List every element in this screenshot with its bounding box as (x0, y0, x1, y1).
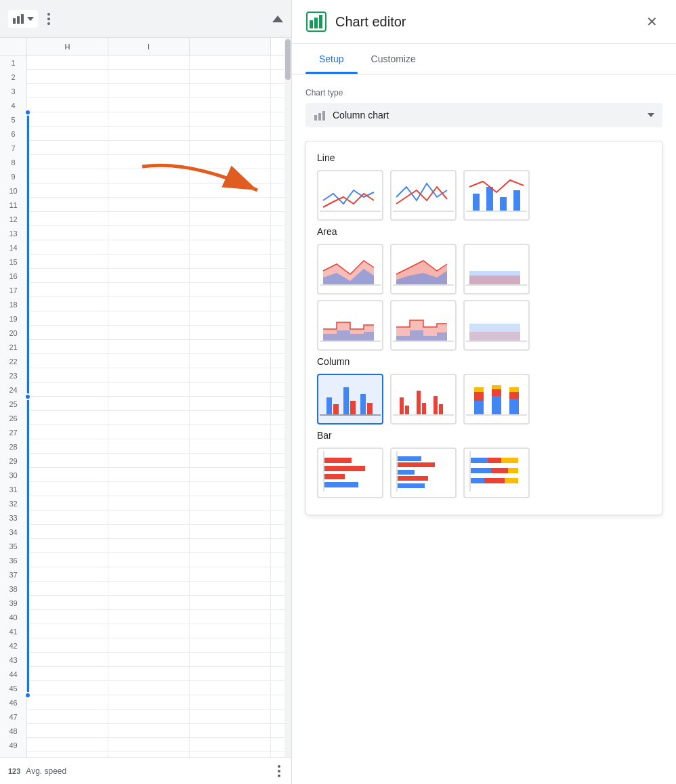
grid-cell[interactable] (27, 354, 108, 368)
grid-cell[interactable] (190, 724, 271, 738)
grid-cell[interactable] (108, 553, 190, 567)
grid-cell[interactable] (108, 411, 190, 425)
chart-thumb-area-6[interactable] (463, 300, 530, 351)
grid-cell[interactable] (27, 596, 108, 610)
chart-thumb-area-4[interactable] (317, 300, 383, 351)
grid-cell[interactable] (190, 269, 271, 283)
toolbar-dropdown[interactable] (8, 10, 38, 28)
grid-cell[interactable] (27, 283, 108, 297)
grid-cell[interactable] (190, 112, 271, 127)
tab-setup[interactable]: Setup (305, 44, 358, 74)
grid-cell[interactable] (27, 510, 108, 525)
grid-cell[interactable] (108, 56, 190, 70)
grid-cell[interactable] (190, 127, 271, 141)
grid-cell[interactable] (108, 539, 190, 553)
grid-cell[interactable] (190, 354, 271, 368)
grid-cell[interactable] (108, 255, 190, 269)
grid-cell[interactable] (27, 326, 108, 340)
grid-cell[interactable] (27, 567, 108, 582)
grid-cell[interactable] (190, 738, 271, 752)
grid-cell[interactable] (27, 482, 108, 496)
grid-cell[interactable] (27, 127, 108, 141)
grid-cell[interactable] (27, 98, 108, 112)
chart-thumb-column-3[interactable] (463, 374, 530, 424)
grid-cell[interactable] (108, 283, 190, 297)
grid-cell[interactable] (108, 752, 190, 757)
chart-thumb-area-2[interactable] (390, 244, 457, 295)
chart-thumb-bar-1[interactable] (317, 448, 383, 498)
grid-cell[interactable] (108, 311, 190, 326)
grid-cell[interactable] (108, 582, 190, 596)
grid-cell[interactable] (27, 411, 108, 425)
grid-cell[interactable] (190, 567, 271, 582)
grid-cell[interactable] (190, 368, 271, 383)
grid-cell[interactable] (27, 582, 108, 596)
grid-cell[interactable] (190, 596, 271, 610)
grid-cell[interactable] (190, 383, 271, 397)
chart-thumb-area-1[interactable] (317, 244, 383, 295)
grid-cell[interactable] (108, 112, 190, 127)
grid-cell[interactable] (27, 425, 108, 439)
grid-cell[interactable] (27, 169, 108, 183)
grid-cell[interactable] (190, 667, 271, 681)
grid-cell[interactable] (27, 667, 108, 681)
grid-cell[interactable] (27, 112, 108, 127)
grid-cell[interactable] (27, 638, 108, 653)
grid-cell[interactable] (108, 425, 190, 439)
grid-cell[interactable] (108, 482, 190, 496)
grid-cell[interactable] (108, 297, 190, 311)
grid-cell[interactable] (190, 411, 271, 425)
grid-cell[interactable] (190, 84, 271, 98)
grid-cell[interactable] (108, 653, 190, 667)
grid-cell[interactable] (27, 681, 108, 695)
grid-cell[interactable] (108, 155, 190, 169)
grid-cell[interactable] (190, 553, 271, 567)
grid-cell[interactable] (190, 681, 271, 695)
grid-cell[interactable] (108, 340, 190, 354)
grid-cell[interactable] (108, 98, 190, 112)
grid-cell[interactable] (108, 681, 190, 695)
selection-handle-top[interactable] (24, 109, 31, 116)
grid-cell[interactable] (27, 84, 108, 98)
grid-cell[interactable] (27, 468, 108, 482)
grid-cell[interactable] (27, 610, 108, 624)
grid-cell[interactable] (27, 198, 108, 212)
selection-handle-bottom[interactable] (24, 692, 31, 699)
grid-cell[interactable] (190, 212, 271, 226)
grid-cell[interactable] (190, 240, 271, 255)
grid-cell[interactable] (190, 638, 271, 653)
grid-cell[interactable] (108, 141, 190, 155)
grid-cell[interactable] (27, 226, 108, 240)
grid-cell[interactable] (190, 183, 271, 198)
grid-cell[interactable] (108, 667, 190, 681)
grid-cell[interactable] (190, 539, 271, 553)
grid-cell[interactable] (27, 553, 108, 567)
more-options-button[interactable] (43, 9, 54, 29)
grid-cell[interactable] (190, 169, 271, 183)
grid-cell[interactable] (27, 340, 108, 354)
grid-cell[interactable] (27, 752, 108, 757)
grid-cell[interactable] (108, 127, 190, 141)
grid-cell[interactable] (108, 439, 190, 454)
grid-cell[interactable] (27, 155, 108, 169)
grid-cell[interactable] (190, 297, 271, 311)
grid-cell[interactable] (108, 198, 190, 212)
chart-thumb-line-1[interactable] (317, 170, 383, 221)
vertical-scrollbar[interactable] (284, 38, 291, 757)
grid-cell[interactable] (190, 283, 271, 297)
grid-cell[interactable] (190, 525, 271, 539)
grid-cell[interactable] (27, 738, 108, 752)
grid-cell[interactable] (190, 496, 271, 510)
grid-cell[interactable] (190, 56, 271, 70)
grid-cell[interactable] (190, 70, 271, 84)
grid-cell[interactable] (108, 724, 190, 738)
chart-thumb-area-3[interactable] (463, 244, 530, 295)
grid-cell[interactable] (108, 596, 190, 610)
grid-cell[interactable] (108, 738, 190, 752)
grid-cell[interactable] (190, 482, 271, 496)
grid-cell[interactable] (108, 70, 190, 84)
collapse-button[interactable] (272, 16, 283, 22)
grid-cell[interactable] (27, 183, 108, 198)
grid-cell[interactable] (190, 397, 271, 411)
grid-cell[interactable] (108, 84, 190, 98)
